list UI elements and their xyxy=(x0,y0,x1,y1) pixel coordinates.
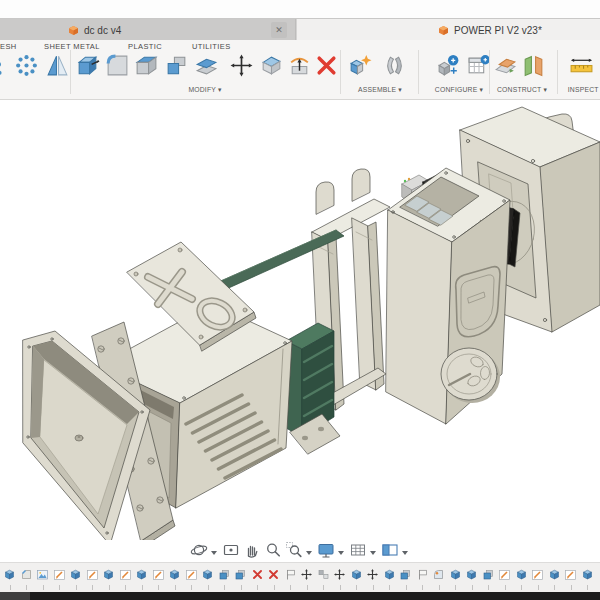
move-copy-icon[interactable] xyxy=(229,53,254,78)
timeline-feature-move-icon[interactable] xyxy=(300,567,313,580)
press-pull-icon[interactable] xyxy=(75,53,100,78)
timeline-tick xyxy=(587,585,588,590)
dropdown-caret-icon[interactable] xyxy=(211,551,217,555)
timeline-feature-extrude-icon[interactable] xyxy=(581,567,594,580)
ribbon-tab-utilities[interactable]: UTILITIES xyxy=(192,42,231,51)
dropdown-caret-icon[interactable] xyxy=(370,551,376,555)
document-tab-power-pi-v2[interactable]: POWER PI V2 v23* xyxy=(297,19,600,41)
ribbon-tab-sheet-metal[interactable]: SHEET METAL xyxy=(44,42,100,51)
timeline-feature-move-icon[interactable] xyxy=(366,567,379,580)
timeline-feature-sketch-icon[interactable] xyxy=(86,567,99,580)
timeline-tick xyxy=(76,585,77,590)
timeline-feature-extrude-icon[interactable] xyxy=(449,567,462,580)
ribbon-group-label-modify[interactable]: MODIFY ▾ xyxy=(170,86,240,94)
timeline-feature-extrude-icon[interactable] xyxy=(548,567,561,580)
timeline-tick xyxy=(373,585,374,590)
ribbon-tab-esh[interactable]: ESH xyxy=(0,42,17,51)
dropdown-caret-icon[interactable] xyxy=(338,551,344,555)
delete-icon[interactable] xyxy=(314,53,339,78)
orbit-icon[interactable] xyxy=(190,541,208,559)
timeline-tick xyxy=(307,585,308,590)
timeline-feature-chamfer-icon[interactable] xyxy=(20,567,33,580)
timeline-tick xyxy=(257,585,258,590)
timeline-feature-sketch-icon[interactable] xyxy=(498,567,511,580)
draft-icon[interactable] xyxy=(287,53,312,78)
timeline-feature-extrude-icon[interactable] xyxy=(465,567,478,580)
ribbon-group-label-inspect[interactable]: INSPECT ▾ xyxy=(556,86,600,94)
offset-plane-icon[interactable] xyxy=(493,53,518,78)
timeline-tick xyxy=(142,585,143,590)
ribbon-group-label-construct[interactable]: CONSTRUCT ▾ xyxy=(485,86,559,94)
timeline-feature-extrude-icon[interactable] xyxy=(3,567,16,580)
timeline-feature-sketch-icon[interactable] xyxy=(152,567,165,580)
timeline-feature-fillet-icon[interactable] xyxy=(432,567,445,580)
configuration-table-icon[interactable] xyxy=(466,53,491,78)
model-part-dc-converter[interactable] xyxy=(286,323,340,454)
timeline-feature-align-icon[interactable] xyxy=(317,567,330,580)
timeline-feature-extrude-icon[interactable] xyxy=(515,567,528,580)
timeline-feature-extrude-icon[interactable] xyxy=(201,567,214,580)
timeline-feature-extrude-icon[interactable] xyxy=(102,567,115,580)
timeline-tick xyxy=(571,585,572,590)
timeline-tick xyxy=(59,585,60,590)
joint-icon[interactable] xyxy=(382,53,407,78)
shell-icon[interactable] xyxy=(134,53,159,78)
dropdown-caret-icon[interactable] xyxy=(306,551,312,555)
timeline-feature-extrude-icon[interactable] xyxy=(135,567,148,580)
timeline-feature-sketch-icon[interactable] xyxy=(119,567,132,580)
timeline-tick xyxy=(323,585,324,590)
timeline-tick xyxy=(554,585,555,590)
timeline-feature-extrude-icon[interactable] xyxy=(168,567,181,580)
timeline-feature-move-icon[interactable] xyxy=(333,567,346,580)
document-tab-label: POWER PI V2 v23* xyxy=(454,25,542,36)
document-tab-bar: dc dc v4 ✕ POWER PI V2 v23* xyxy=(0,18,600,40)
document-tab-dc-dc-v4[interactable]: dc dc v4 ✕ xyxy=(0,19,296,41)
timeline-feature-sketch-icon[interactable] xyxy=(564,567,577,580)
toolbar-divider xyxy=(418,50,419,94)
timeline-feature-flag-icon[interactable] xyxy=(416,567,429,580)
zoom-window-icon[interactable] xyxy=(285,541,303,559)
viewport-canvas[interactable] xyxy=(0,100,600,540)
combine-icon[interactable] xyxy=(164,53,189,78)
dropdown-caret-icon[interactable] xyxy=(402,551,408,555)
configuration-icon[interactable] xyxy=(436,53,461,78)
mirror-icon[interactable] xyxy=(45,53,70,78)
timeline-scroll-thumb[interactable] xyxy=(0,592,30,600)
fillet-icon[interactable] xyxy=(105,53,130,78)
timeline-feature-combine-icon[interactable] xyxy=(399,567,412,580)
look-at-icon[interactable] xyxy=(222,541,240,559)
offset-face-icon[interactable] xyxy=(194,53,219,78)
timeline-feature-delete-icon[interactable] xyxy=(251,567,264,580)
new-component-icon[interactable] xyxy=(347,53,372,78)
timeline-feature-extrude-icon[interactable] xyxy=(350,567,363,580)
timeline-feature-flag-icon[interactable] xyxy=(284,567,297,580)
close-tab-icon[interactable]: ✕ xyxy=(271,22,287,38)
timeline-feature-sketch-icon[interactable] xyxy=(53,567,66,580)
timeline-feature-combine-icon[interactable] xyxy=(482,567,495,580)
pan-icon[interactable] xyxy=(243,541,261,559)
timeline-feature-sketch-icon[interactable] xyxy=(185,567,198,580)
timeline-feature-image-icon[interactable] xyxy=(36,567,49,580)
ribbon-tab-plastic[interactable]: PLASTIC xyxy=(128,42,162,51)
display-settings-icon[interactable] xyxy=(317,541,335,559)
midplane-icon[interactable] xyxy=(521,53,546,78)
circular-pattern-icon[interactable] xyxy=(14,53,39,78)
zoom-icon[interactable] xyxy=(264,541,282,559)
measure-icon[interactable] xyxy=(569,53,594,78)
grid-display-icon[interactable] xyxy=(349,541,367,559)
viewports-icon[interactable] xyxy=(381,541,399,559)
ribbon-group-label-assemble[interactable]: ASSEMBLE ▾ xyxy=(344,86,416,94)
timeline-feature-extrude-icon[interactable] xyxy=(69,567,82,580)
timeline-tick xyxy=(290,585,291,590)
split-body-icon[interactable] xyxy=(259,53,284,78)
timeline-feature-combine-icon[interactable] xyxy=(218,567,231,580)
timeline-feature-sketch-icon[interactable] xyxy=(531,567,544,580)
timeline-tick xyxy=(406,585,407,590)
timeline-feature-combine-icon[interactable] xyxy=(234,567,247,580)
timeline-feature-delete-icon[interactable] xyxy=(267,567,280,580)
timeline-bar[interactable] xyxy=(0,562,600,592)
sketch-palette-icon[interactable] xyxy=(0,53,12,78)
timeline-tick xyxy=(191,585,192,590)
toolbar-divider xyxy=(340,50,341,94)
timeline-feature-extrude-icon[interactable] xyxy=(383,567,396,580)
